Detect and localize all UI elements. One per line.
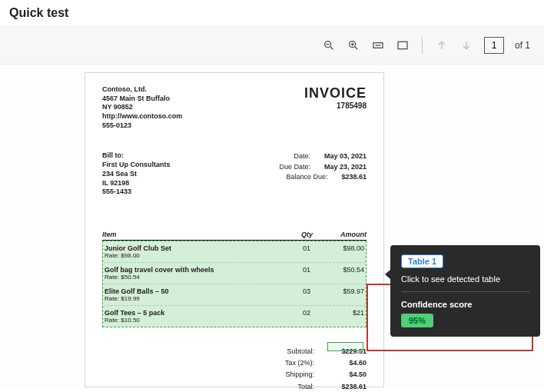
sender-street: 4567 Main St Buffalo xyxy=(102,95,182,104)
item-name: Golf bag travel cover with wheels xyxy=(104,266,264,274)
item-amount: $59.97 xyxy=(310,287,364,302)
table-row: Golf Tees – 5 packRate: $10.50 02 $21 xyxy=(103,306,366,327)
item-rate: Rate: $19.99 xyxy=(104,295,264,302)
confidence-badge: 95% xyxy=(401,314,433,327)
svg-rect-9 xyxy=(398,42,407,48)
sender-citystate: NY 90852 xyxy=(102,103,182,112)
billto-citystate: IL 92198 xyxy=(102,179,171,188)
col-amount-header: Amount xyxy=(313,231,367,238)
item-rate: Rate: $50.54 xyxy=(104,274,264,281)
page-number-input[interactable]: 1 xyxy=(484,37,504,54)
next-page-icon xyxy=(459,38,473,52)
sender-name: Contoso, Ltd. xyxy=(102,85,182,95)
subtotal-label: Subtotal: xyxy=(253,346,314,357)
due-date-value: May 23, 2021 xyxy=(324,163,367,171)
subtotal-value: $229.51 xyxy=(325,346,367,357)
sender-website: http://www.contoso.com xyxy=(102,112,182,121)
line-items-table: Item Qty Amount Junior Golf Club SetRate… xyxy=(102,231,367,327)
page-total-label: of 1 xyxy=(515,40,530,51)
item-qty: 03 xyxy=(264,287,310,302)
table-row: Elite Golf Balls – 50Rate: $19.99 03 $59… xyxy=(103,284,366,306)
tax-value: $4.60 xyxy=(325,357,367,369)
confidence-label: Confidence score xyxy=(401,300,529,309)
billto-label: Bill to: xyxy=(102,151,171,161)
svg-line-4 xyxy=(355,47,357,49)
svg-line-1 xyxy=(330,47,333,49)
zoom-in-icon[interactable] xyxy=(347,38,360,52)
item-qty: 02 xyxy=(264,309,310,324)
item-name: Junior Golf Club Set xyxy=(104,244,264,252)
invoice-number: 1785498 xyxy=(304,101,367,110)
billto-block: Bill to: First Up Consultants 234 Sea St… xyxy=(102,151,171,196)
col-item-header: Item xyxy=(102,231,267,238)
confidence-tooltip[interactable]: Table 1 Click to see detected table Conf… xyxy=(390,245,540,337)
billto-street: 234 Sea St xyxy=(102,170,171,179)
fullscreen-icon[interactable] xyxy=(396,38,410,52)
date-label: Date: xyxy=(249,151,310,162)
date-value: May 03, 2021 xyxy=(324,152,367,160)
due-date-label: Due Date: xyxy=(249,162,310,173)
table-row: Junior Golf Club SetRate: $98.00 01 $98.… xyxy=(103,241,366,263)
dates-block: Date:May 03, 2021 Due Date:May 23, 2021 … xyxy=(249,151,367,196)
item-amount: $50.54 xyxy=(310,266,364,281)
tooltip-divider xyxy=(401,291,529,292)
invoice-title-text: INVOICE xyxy=(304,85,367,101)
sender-phone: 555-0123 xyxy=(102,121,182,131)
toolbar-separator xyxy=(422,37,423,54)
viewer-toolbar: 1 of 1 xyxy=(0,26,544,65)
item-rate: Rate: $98.00 xyxy=(104,252,264,259)
shipping-value: $4.50 xyxy=(325,369,367,380)
item-rate: Rate: $10.50 xyxy=(104,317,264,324)
shipping-label: Shipping: xyxy=(253,369,314,380)
fit-width-icon[interactable] xyxy=(371,38,385,52)
table-row: Golf bag travel cover with wheelsRate: $… xyxy=(103,263,366,284)
invoice-heading: INVOICE 1785498 xyxy=(304,85,367,130)
billto-phone: 555-1433 xyxy=(102,188,171,197)
table-badge[interactable]: Table 1 xyxy=(401,254,443,268)
invoice-document[interactable]: Contoso, Ltd. 4567 Main St Buffalo NY 90… xyxy=(85,72,384,387)
total-value: $238.61 xyxy=(325,381,367,392)
col-qty-header: Qty xyxy=(267,231,313,238)
item-qty: 01 xyxy=(264,244,310,259)
item-name: Golf Tees – 5 pack xyxy=(104,309,264,317)
sender-address: Contoso, Ltd. 4567 Main St Buffalo NY 90… xyxy=(102,85,182,130)
tax-label: Tax (2%): xyxy=(253,357,314,369)
document-canvas: Contoso, Ltd. 4567 Main St Buffalo NY 90… xyxy=(0,65,544,387)
item-name: Elite Golf Balls – 50 xyxy=(104,287,264,295)
total-label: Total: xyxy=(253,381,314,392)
balance-value: $238.61 xyxy=(341,173,367,181)
page-title: Quick test xyxy=(0,0,544,26)
item-amount: $98.00 xyxy=(310,244,364,259)
prev-page-icon xyxy=(435,38,449,52)
totals-block: Subtotal:$229.51 Tax (2%):$4.60 Shipping… xyxy=(102,346,367,392)
detected-table-highlight[interactable]: Junior Golf Club SetRate: $98.00 01 $98.… xyxy=(102,241,367,327)
tooltip-hint: Click to see detected table xyxy=(401,274,529,284)
item-qty: 01 xyxy=(264,266,310,281)
balance-label: Balance Due: xyxy=(266,172,327,183)
zoom-out-icon[interactable] xyxy=(322,38,336,52)
billto-name: First Up Consultants xyxy=(102,161,171,170)
item-amount: $21 xyxy=(310,309,364,324)
